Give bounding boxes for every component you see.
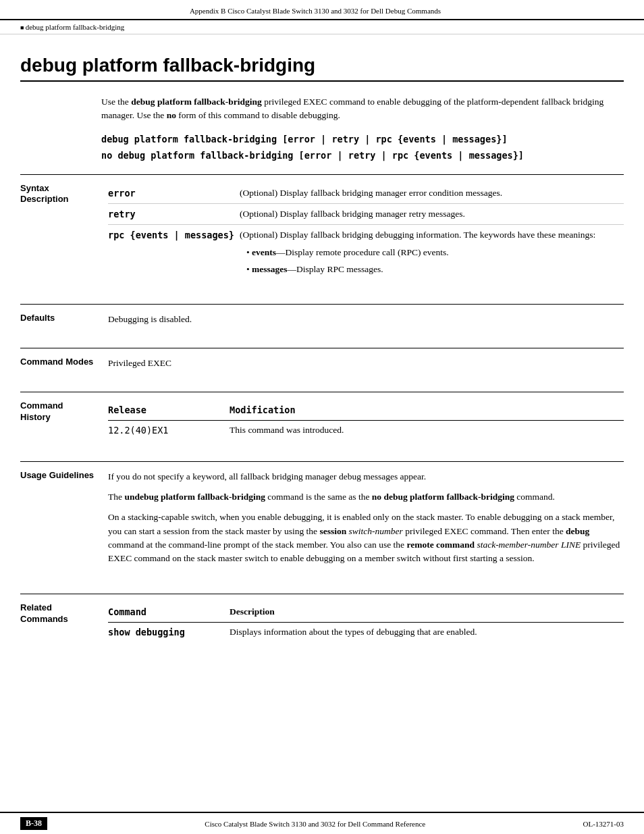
command-modes-content: Privileged EXEC (101, 348, 624, 378)
footer-book-title: Cisco Catalyst Blade Switch 3130 and 303… (205, 820, 425, 828)
intro-bold-command: debug platform fallback-bridging (131, 97, 262, 107)
command-history-section: Command History Release Modification 12.… (20, 392, 624, 448)
usage-para-2: The undebug platform fallback-bridging c… (108, 490, 624, 504)
syntax-desc-retry: (Optional) Display fallback bridging man… (240, 203, 624, 224)
command-history-label: Command History (20, 392, 101, 448)
syntax-desc-error: (Optional) Display fallback bridging man… (240, 183, 624, 204)
spacer-4 (20, 448, 624, 461)
related-commands-content: Command Description show debugging Displ… (101, 594, 624, 650)
syntax-commands-block: debug platform fallback-bridging [error … (20, 134, 624, 161)
spacer-2 (20, 334, 624, 348)
defaults-content: Debugging is disabled. (101, 305, 624, 334)
syntax-term-retry: retry (108, 203, 240, 224)
command-modes-text: Privileged EXEC (108, 358, 171, 368)
syntax-row-error: error (Optional) Display fallback bridgi… (108, 183, 624, 204)
intro-text-before: Use the (101, 97, 131, 107)
related-commands-section: Related Commands Command Description sho… (20, 594, 624, 650)
page-number: B-38 (20, 817, 47, 830)
history-header-row: Release Modification (108, 400, 624, 420)
related-commands-label: Related Commands (20, 594, 101, 650)
related-row-1: show debugging Displays information abou… (108, 622, 624, 642)
page-header: Appendix B Cisco Catalyst Blade Switch 3… (0, 0, 644, 20)
history-row-1: 12.2(40)EX1 This command was introduced. (108, 420, 624, 440)
command-modes-section: Command Modes Privileged EXEC (20, 348, 624, 378)
related-col-command: Command (108, 602, 230, 622)
spacer-5 (20, 580, 624, 594)
syntax-description-content: error (Optional) Display fallback bridgi… (101, 175, 624, 290)
usage-guidelines-section: Usage Guidelines If you do not specify a… (20, 461, 624, 581)
syntax-term-rpc: rpc {events | messages} (108, 225, 240, 282)
syntax-description-section: Syntax Description error (Optional) Disp… (20, 174, 624, 290)
syntax-command-2: no debug platform fallback-bridging [err… (101, 150, 624, 161)
footer-doc-number: OL-13271-03 (583, 820, 624, 828)
related-command-1: show debugging (108, 622, 230, 642)
related-col-description: Description (230, 602, 624, 622)
rpc-bullet-messages: messages—Display RPC messages. (246, 263, 618, 276)
defaults-label: Defaults (20, 305, 101, 334)
rpc-bullet-events: events—Display remote procedure call (RP… (246, 246, 618, 259)
usage-para-1: If you do not specify a keyword, all fal… (108, 470, 624, 484)
rpc-bullets: events—Display remote procedure call (RP… (246, 246, 618, 276)
usage-guidelines-content: If you do not specify a keyword, all fal… (101, 462, 624, 581)
syntax-table: error (Optional) Display fallback bridgi… (108, 183, 624, 282)
command-history-content: Release Modification 12.2(40)EX1 This co… (101, 392, 624, 448)
breadcrumb: debug platform fallback-bridging (0, 20, 644, 34)
usage-guidelines-label: Usage Guidelines (20, 462, 101, 581)
spacer-1 (20, 290, 624, 304)
syntax-desc-rpc: (Optional) Display fallback bridging deb… (240, 225, 624, 282)
syntax-row-rpc: rpc {events | messages} (Optional) Displ… (108, 225, 624, 282)
syntax-description-label: Syntax Description (20, 175, 101, 290)
defaults-section: Defaults Debugging is disabled. (20, 304, 624, 334)
related-desc-1: Displays information about the types of … (230, 622, 624, 642)
page-footer: B-38 Cisco Catalyst Blade Switch 3130 an… (0, 812, 644, 834)
history-table: Release Modification 12.2(40)EX1 This co… (108, 400, 624, 440)
history-col-modification: Modification (230, 400, 624, 420)
command-modes-label: Command Modes (20, 348, 101, 378)
intro-paragraph: Use the debug platform fallback-bridging… (101, 95, 624, 123)
defaults-text: Debugging is disabled. (108, 314, 192, 324)
header-center: Appendix B Cisco Catalyst Blade Switch 3… (190, 7, 441, 15)
main-content: debug platform fallback-bridging Use the… (0, 34, 644, 663)
related-header-row: Command Description (108, 602, 624, 622)
history-release-1: 12.2(40)EX1 (108, 420, 230, 440)
syntax-row-retry: retry (Optional) Display fallback bridgi… (108, 203, 624, 224)
related-table: Command Description show debugging Displ… (108, 602, 624, 642)
spacer-3 (20, 378, 624, 392)
syntax-term-error: error (108, 183, 240, 204)
usage-para-3: On a stacking-capable switch, when you e… (108, 511, 624, 565)
history-modification-1: This command was introduced. (230, 420, 624, 440)
history-col-release: Release (108, 400, 230, 420)
syntax-command-1: debug platform fallback-bridging [error … (101, 134, 624, 145)
page-title: debug platform fallback-bridging (20, 55, 624, 82)
